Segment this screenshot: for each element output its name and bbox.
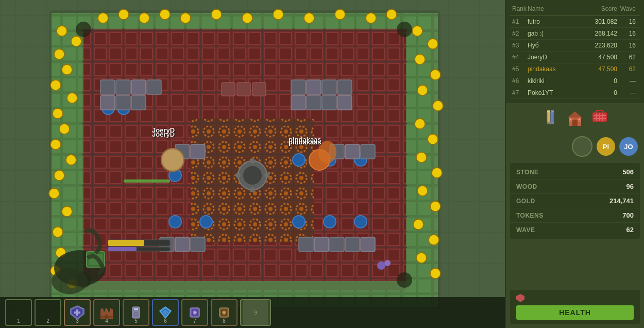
svg-rect-43 (322, 95, 336, 110)
svg-point-84 (433, 101, 443, 111)
svg-point-80 (428, 39, 438, 49)
wood-label: WOOD (516, 183, 537, 190)
stats-section: STONE 506 WOOD 96 GOLD 214,741 TOKENS 70… (510, 163, 640, 239)
svg-point-81 (415, 54, 425, 64)
lb-name-1: futro (528, 18, 581, 25)
ammo-button[interactable] (541, 109, 560, 128)
leaderboard-header: Rank Name Score Wave (510, 4, 640, 16)
slot-6[interactable]: 6 (152, 299, 179, 326)
svg-rect-31 (116, 80, 130, 94)
right-panel: Rank Name Score Wave #1 futro 301,082 16… (505, 0, 644, 328)
svg-rect-37 (291, 80, 306, 94)
svg-point-64 (54, 49, 64, 59)
svg-point-96 (118, 9, 129, 20)
slot-3[interactable]: 3 (64, 299, 91, 326)
svg-rect-34 (100, 95, 115, 110)
build-button[interactable] (566, 109, 584, 128)
slot-8[interactable]: 8 (211, 299, 238, 326)
svg-point-155 (194, 311, 196, 314)
svg-rect-32 (131, 80, 146, 94)
lb-name-5: pindakaas (528, 65, 581, 73)
lb-score-5: 47,500 (581, 65, 617, 73)
game-area[interactable]: JoeryD pindakaas (0, 0, 505, 328)
lb-wave-1: 16 (617, 18, 638, 25)
slot-1-number: 1 (17, 318, 20, 324)
svg-rect-38 (307, 80, 321, 94)
svg-point-95 (98, 13, 108, 23)
lb-name-3: Нуб (528, 42, 581, 49)
svg-point-86 (428, 134, 438, 144)
wood-value: 96 (626, 183, 634, 190)
svg-rect-46 (191, 144, 205, 159)
svg-rect-56 (345, 237, 360, 252)
slot-2[interactable]: 2 (35, 299, 61, 326)
svg-rect-54 (314, 237, 329, 252)
lb-score-1: 301,082 (581, 18, 617, 25)
svg-rect-52 (191, 237, 205, 252)
svg-point-75 (53, 227, 63, 237)
svg-rect-36 (131, 95, 146, 110)
svg-point-108 (52, 268, 88, 294)
lb-name-4: JoeryD (528, 54, 581, 61)
svg-point-124 (250, 187, 255, 192)
svg-rect-135 (74, 311, 80, 314)
svg-rect-164 (551, 110, 554, 112)
player-label-joery: JoeryD (152, 126, 175, 134)
lb-header-score: Score (581, 5, 617, 12)
svg-point-26 (169, 216, 181, 228)
lb-name-7: Poko1YT (528, 89, 581, 96)
svg-rect-116 (108, 247, 137, 251)
lb-score-6: 0 (581, 77, 617, 85)
lb-score-3: 223,620 (581, 42, 617, 49)
avatar-jo[interactable]: JO (619, 137, 638, 156)
svg-point-148 (135, 313, 137, 315)
svg-rect-57 (361, 237, 375, 252)
svg-point-70 (50, 139, 61, 150)
svg-point-94 (430, 268, 440, 278)
svg-rect-53 (299, 237, 313, 252)
ammo-icon (541, 109, 560, 128)
shop-button[interactable] (590, 109, 609, 128)
svg-point-123 (264, 173, 269, 178)
slot-5[interactable]: 5 (123, 299, 149, 326)
svg-point-99 (180, 13, 191, 23)
tool-row (506, 103, 644, 134)
map-button[interactable] (572, 136, 592, 157)
lb-wave-5: 62 (617, 65, 638, 73)
svg-point-59 (397, 22, 412, 37)
svg-rect-33 (147, 80, 161, 94)
lb-header-rank: Rank (512, 5, 528, 12)
svg-point-98 (160, 9, 170, 20)
svg-point-23 (293, 216, 305, 228)
stat-row-tokens: TOKENS 700 (510, 208, 640, 223)
lb-rank-1: #1 (512, 18, 528, 25)
svg-rect-171 (579, 119, 580, 120)
stat-row-wave: WAVE 62 (510, 223, 640, 237)
house-icon (566, 109, 584, 128)
avatar-pl[interactable]: Pl (597, 137, 615, 156)
lb-wave-3: 16 (617, 42, 638, 49)
lb-row-7: #7 Poko1YT 0 — (510, 87, 640, 99)
stone-value: 506 (622, 168, 634, 176)
svg-point-63 (71, 36, 81, 46)
svg-rect-114 (108, 240, 144, 246)
game-world: JoeryD pindakaas (0, 0, 505, 328)
svg-rect-162 (547, 122, 554, 124)
lb-score-2: 268,142 (581, 30, 617, 37)
slot-9[interactable]: 9 (240, 299, 271, 326)
svg-rect-142 (110, 308, 111, 310)
svg-point-93 (416, 253, 427, 263)
tokens-value: 700 (622, 211, 634, 219)
slot-4[interactable]: 4 (93, 299, 120, 326)
slot-7-number: 7 (193, 318, 196, 324)
slot-1[interactable]: 1 (5, 299, 32, 326)
leaderboard: Rank Name Score Wave #1 futro 301,082 16… (506, 0, 644, 103)
slot-7[interactable]: 7 (181, 299, 208, 326)
svg-point-83 (417, 85, 428, 95)
svg-point-65 (62, 64, 72, 75)
svg-point-82 (430, 70, 440, 80)
svg-marker-165 (568, 111, 582, 118)
svg-point-102 (273, 9, 283, 20)
svg-point-121 (243, 166, 262, 185)
svg-point-27 (200, 216, 212, 228)
